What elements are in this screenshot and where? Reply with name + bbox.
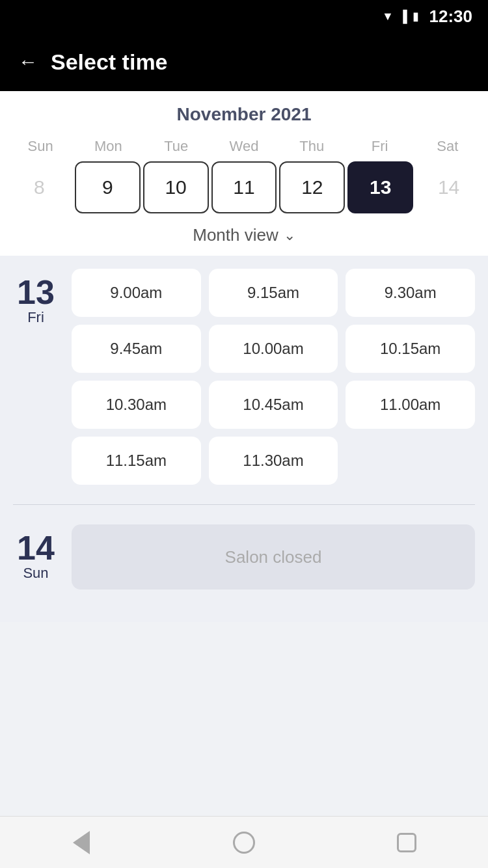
wifi-icon: ▼ — [382, 10, 394, 23]
recents-square-icon — [397, 833, 416, 852]
slot-915am[interactable]: 9.15am — [209, 269, 338, 317]
day-label-14: 14 Sun — [13, 524, 59, 582]
cal-day-12[interactable]: 12 — [279, 161, 345, 213]
cal-day-13[interactable]: 13 — [347, 161, 413, 213]
weekday-tue: Tue — [142, 135, 210, 161]
day-number-14: 14 — [17, 531, 55, 565]
weekday-mon: Mon — [74, 135, 142, 161]
header: ← Select time — [0, 33, 488, 91]
slot-930am[interactable]: 9.30am — [346, 269, 475, 317]
day-number-13: 13 — [17, 275, 55, 309]
slots-grid-13: 9.00am 9.15am 9.30am 9.45am 10.00am 10.1… — [72, 269, 475, 485]
salon-closed-block: Salon closed — [72, 524, 475, 590]
slot-1015am[interactable]: 10.15am — [346, 325, 475, 373]
battery-icon: ▮ — [413, 9, 419, 23]
back-nav-button[interactable] — [62, 823, 101, 862]
calendar-days-row: 8 9 10 11 12 13 14 — [0, 161, 488, 213]
calendar-week-header: Sun Mon Tue Wed Thu Fri Sat — [0, 135, 488, 161]
cal-day-11[interactable]: 11 — [211, 161, 277, 213]
back-triangle-icon — [73, 831, 90, 854]
status-time: 12:30 — [429, 7, 473, 27]
day-block-14: 14 Sun Salon closed — [13, 524, 475, 590]
weekday-sat: Sat — [414, 135, 481, 161]
recents-nav-button[interactable] — [387, 823, 426, 862]
slot-900am[interactable]: 9.00am — [72, 269, 201, 317]
nav-bar — [0, 816, 488, 868]
time-section: 13 Fri 9.00am 9.15am 9.30am 9.45am 10.00… — [0, 256, 488, 622]
home-circle-icon — [233, 832, 255, 854]
cal-day-14[interactable]: 14 — [416, 161, 481, 213]
home-nav-button[interactable] — [224, 823, 264, 862]
month-view-label: Month view — [193, 225, 278, 245]
weekday-sun: Sun — [7, 135, 74, 161]
slot-945am[interactable]: 9.45am — [72, 325, 201, 373]
status-icons: ▼ ▐ ▮ 12:30 — [382, 7, 472, 27]
signal-icon: ▐ — [399, 10, 407, 23]
back-button[interactable]: ← — [18, 52, 38, 72]
weekday-fri: Fri — [346, 135, 413, 161]
day-name-14: Sun — [23, 565, 48, 582]
day-divider — [13, 504, 475, 505]
cal-day-9[interactable]: 9 — [75, 161, 141, 213]
status-bar: ▼ ▐ ▮ 12:30 — [0, 0, 488, 33]
day-label-13: 13 Fri — [13, 269, 59, 326]
slot-1100am[interactable]: 11.00am — [346, 381, 475, 429]
day-block-13: 13 Fri 9.00am 9.15am 9.30am 9.45am 10.00… — [13, 269, 475, 485]
slot-1000am[interactable]: 10.00am — [209, 325, 338, 373]
slot-1130am[interactable]: 11.30am — [209, 437, 338, 485]
weekday-thu: Thu — [278, 135, 346, 161]
slot-1045am[interactable]: 10.45am — [209, 381, 338, 429]
calendar-section: November 2021 Sun Mon Tue Wed Thu Fri Sa… — [0, 91, 488, 256]
cal-day-10[interactable]: 10 — [143, 161, 209, 213]
weekday-wed: Wed — [210, 135, 278, 161]
cal-day-8[interactable]: 8 — [7, 161, 72, 213]
slot-1030am[interactable]: 10.30am — [72, 381, 201, 429]
day-name-13: Fri — [27, 309, 44, 326]
calendar-month-year: November 2021 — [0, 104, 488, 125]
chevron-down-icon: ⌄ — [284, 227, 295, 244]
month-view-toggle[interactable]: Month view ⌄ — [0, 213, 488, 256]
salon-closed-text: Salon closed — [225, 547, 322, 567]
slot-1115am[interactable]: 11.15am — [72, 437, 201, 485]
page-title: Select time — [51, 49, 168, 75]
